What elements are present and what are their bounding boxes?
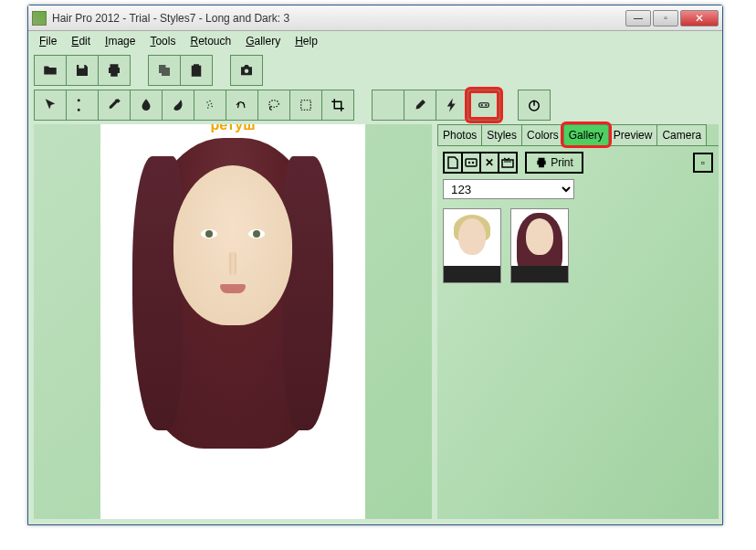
tape-tool[interactable]: [467, 90, 500, 121]
scissors-tool[interactable]: [66, 90, 99, 121]
tab-photos[interactable]: Photos: [437, 124, 482, 145]
tab-styles[interactable]: Styles: [481, 124, 522, 145]
wand-tool[interactable]: [372, 90, 404, 121]
spray-tool[interactable]: [194, 90, 226, 121]
lasso-tool[interactable]: [257, 90, 290, 121]
copy-button[interactable]: [148, 55, 181, 86]
toolbar-row-2: [28, 88, 722, 124]
svg-point-14: [472, 162, 474, 164]
svg-point-2: [211, 103, 213, 105]
save-gallery-button[interactable]: [461, 152, 481, 174]
thumbnail-2[interactable]: [510, 208, 569, 283]
menu-tools[interactable]: Tools: [144, 33, 181, 49]
tab-camera[interactable]: Camera: [656, 124, 707, 145]
svg-point-10: [485, 104, 487, 106]
svg-point-3: [208, 104, 210, 106]
smudge-tool[interactable]: [162, 90, 194, 121]
brush-tool[interactable]: [404, 90, 436, 121]
print-icon: [535, 156, 548, 169]
gallery-select-row: 123: [443, 179, 713, 199]
blur-tool[interactable]: [130, 90, 163, 121]
svg-point-0: [206, 101, 208, 103]
crop-tool[interactable]: [321, 90, 354, 121]
paste-button[interactable]: [180, 55, 213, 86]
menubar: File Edit Image Tools Retouch Gallery He…: [28, 31, 722, 51]
side-panel: Photos Styles Colors Gallery Preview Cam…: [437, 124, 719, 519]
hairline-tool[interactable]: [226, 90, 258, 121]
pointer-tool[interactable]: [34, 90, 67, 121]
new-gallery-button[interactable]: [443, 152, 463, 174]
svg-point-1: [209, 100, 211, 102]
delete-button[interactable]: ✕: [479, 152, 499, 174]
panel-print-button[interactable]: Print: [525, 152, 583, 174]
eyedropper-tool[interactable]: [98, 90, 131, 121]
svg-point-4: [212, 106, 214, 108]
expand-button[interactable]: ▫: [693, 153, 713, 173]
menu-file[interactable]: File: [34, 33, 62, 49]
canvas[interactable]: ретуш: [34, 124, 432, 519]
watermark: ретуш: [211, 124, 256, 133]
minimize-button[interactable]: —: [625, 10, 651, 26]
window-title: Hair Pro 2012 - Trial - Styles7 - Long a…: [52, 12, 625, 25]
power-button[interactable]: [518, 90, 551, 121]
camera-button[interactable]: [230, 55, 263, 86]
menu-gallery[interactable]: Gallery: [240, 33, 286, 49]
menu-image[interactable]: Image: [100, 33, 141, 49]
tab-preview[interactable]: Preview: [608, 124, 658, 145]
svg-point-6: [269, 100, 279, 108]
thumbnail-1[interactable]: [443, 208, 501, 283]
main-photo: ретуш: [100, 124, 365, 519]
panel-print-label: Print: [551, 156, 573, 169]
svg-rect-7: [301, 100, 311, 111]
menu-help[interactable]: Help: [289, 33, 323, 49]
thumbnail-list: [437, 205, 719, 287]
svg-point-5: [207, 107, 209, 109]
titlebar[interactable]: Hair Pro 2012 - Trial - Styles7 - Long a…: [28, 5, 722, 31]
menu-retouch[interactable]: Retouch: [184, 33, 236, 49]
svg-point-9: [481, 104, 483, 106]
save-button[interactable]: [66, 55, 99, 86]
content-area: ретуш Photos Styles Colors Gallery Previ…: [28, 124, 722, 524]
close-button[interactable]: ✕: [680, 10, 719, 26]
gallery-dropdown[interactable]: 123: [443, 179, 574, 199]
svg-point-13: [468, 162, 470, 164]
tab-colors[interactable]: Colors: [521, 124, 564, 145]
menu-edit[interactable]: Edit: [66, 33, 96, 49]
svg-rect-8: [479, 103, 489, 108]
app-window: Hair Pro 2012 - Trial - Styles7 - Long a…: [27, 5, 723, 525]
svg-rect-15: [502, 160, 513, 167]
panel-toolbar: ✕ Print ▫: [437, 146, 719, 179]
toolbar-row-1: [28, 51, 722, 88]
svg-rect-12: [466, 159, 477, 166]
clear-button[interactable]: [498, 152, 518, 174]
app-icon: [32, 11, 47, 26]
flash-tool[interactable]: [436, 90, 468, 121]
tab-gallery[interactable]: Gallery: [563, 124, 609, 145]
open-button[interactable]: [34, 55, 67, 86]
tab-bar: Photos Styles Colors Gallery Preview Cam…: [437, 124, 719, 146]
maximize-button[interactable]: ▫: [653, 10, 678, 26]
marquee-tool[interactable]: [289, 90, 322, 121]
print-button[interactable]: [98, 55, 131, 86]
